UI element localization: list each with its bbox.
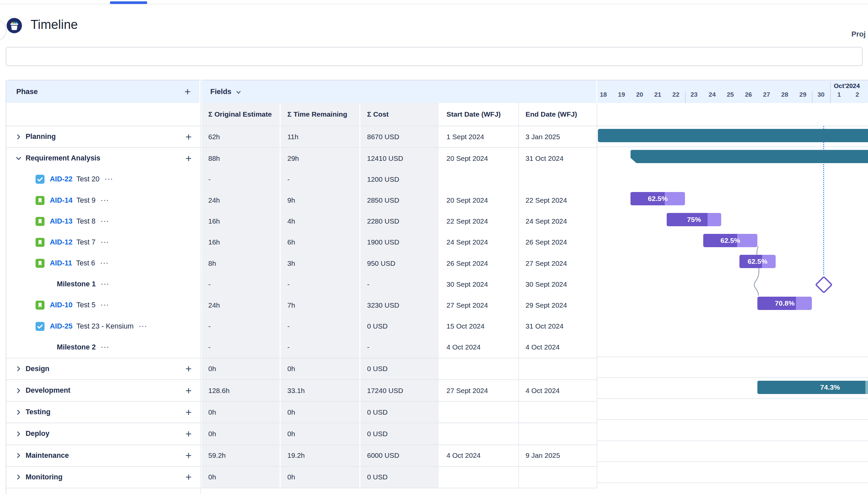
chevron-right-icon[interactable] [14,133,23,141]
cell-original-estimate: 0h [201,423,281,444]
gantt-bar-planning[interactable] [598,129,868,142]
chevron-down-icon[interactable] [14,154,23,163]
issue-row-aid-25[interactable]: AID-25Test 23 - Kensium··· [6,316,200,337]
phase-row-deploy[interactable]: Deploy+ [6,423,200,444]
chevron-down-icon[interactable] [235,89,242,96]
gantt-bar-aid-13[interactable] [667,213,721,226]
chevron-right-icon[interactable] [14,451,23,460]
gantt-bar-aid-10[interactable] [757,297,812,310]
cell-end-date: 4 Oct 2024 [519,380,597,401]
add-issue-button[interactable]: + [185,472,192,482]
add-issue-button[interactable]: + [185,363,192,374]
add-issue-button[interactable]: + [185,132,192,142]
sidebar-collapse-button[interactable] [0,19,7,41]
phase-row-monitoring[interactable]: Monitoring+ [6,467,200,488]
gantt-bar-progress [631,192,664,205]
cell-start-date [440,359,519,379]
issue-key-link[interactable]: AID-11 [50,259,72,267]
cell-time-remaining: - [281,316,361,337]
more-options-icon[interactable]: ··· [100,260,109,267]
gantt-bar-aid-11[interactable] [739,255,776,268]
chevron-right-icon[interactable] [14,473,23,481]
more-options-icon[interactable]: ··· [101,280,110,288]
cell-original-estimate: 16h [201,232,281,253]
phase-row-testing[interactable]: Testing+ [6,402,200,422]
project-avatar-icon [7,18,22,33]
phase-row-design[interactable]: Design+ [6,359,200,379]
more-options-icon[interactable]: ··· [101,197,109,204]
more-options-icon[interactable]: ··· [101,343,110,351]
more-options-icon[interactable]: ··· [101,239,109,246]
project-settings-link[interactable]: Proj [851,30,866,39]
cell-end-date [519,359,597,379]
issue-row-aid-11[interactable]: AID-11Test 6··· [6,253,200,274]
cell-cost: 12410 USD [361,148,440,169]
chevron-right-icon[interactable] [14,408,23,417]
issue-key-link[interactable]: AID-25 [50,322,72,330]
cell-original-estimate: - [201,337,281,358]
gantt-bar-requirement-analysis[interactable] [631,150,868,163]
issue-key-link[interactable]: AID-14 [50,196,72,205]
field-group-testing: 0h0h0 USD [201,402,597,423]
milestone-row-milestone-1[interactable]: Milestone 1··· [6,274,200,295]
issue-row-aid-12[interactable]: AID-12Test 7··· [6,232,200,253]
phase-label: Development [25,386,71,395]
more-options-icon[interactable]: ··· [101,217,109,225]
cell-start-date [440,467,519,488]
issue-row-aid-10[interactable]: AID-10Test 5··· [6,295,200,316]
cell-end-date: 9 Jan 2025 [519,445,597,466]
axis-tick [830,82,831,103]
column-header-row: Σ Original EstimateΣ Time RemainingΣ Cos… [201,103,597,126]
more-options-icon[interactable]: ··· [139,323,148,330]
add-phase-button[interactable]: + [185,87,191,97]
axis-day-label: 19 [618,91,625,98]
phase-row-planning[interactable]: Planning+ [6,126,200,147]
cell-start-date: 1 Sept 2024 [440,126,519,147]
issue-key-link[interactable]: AID-12 [50,238,72,247]
phase-row-development[interactable]: Development+ [6,380,200,401]
field-group-deploy: 0h0h0 USD [201,423,597,445]
gantt-bar-aid-14[interactable] [631,192,685,205]
issue-key-link[interactable]: AID-10 [50,301,72,309]
chevron-right-icon[interactable] [14,364,23,373]
add-issue-button[interactable]: + [185,153,192,164]
axis-day-label: 22 [672,91,679,98]
axis-day-label: 28 [781,91,788,98]
gantt-date-axis: Oct'2024 1819202122232425262728293012 [597,80,868,103]
active-tab-indicator[interactable] [110,1,147,4]
axis-day-label: 20 [636,91,643,98]
more-options-icon[interactable]: ··· [104,175,113,183]
phase-group-maintenance: Maintenance+ [6,445,200,467]
gantt-group-requirement-analysis [597,147,868,357]
cell-cost: 0 USD [361,316,440,337]
add-issue-button[interactable]: + [185,429,192,439]
add-issue-button[interactable]: + [185,385,192,396]
gantt-bar-development[interactable] [757,381,868,394]
cell-cost: 3230 USD [361,295,440,316]
cell-time-remaining: 7h [281,295,361,316]
phase-row-requirement-analysis[interactable]: Requirement Analysis+ [6,148,200,169]
issue-row-aid-22[interactable]: AID-22Test 20··· [6,169,200,190]
issue-key-link[interactable]: AID-22 [50,175,72,183]
cell-start-date: 26 Sept 2024 [440,253,519,274]
cell-start-date [440,402,519,422]
chevron-right-icon[interactable] [14,386,23,395]
issue-key-link[interactable]: AID-13 [50,217,72,226]
field-row-aid-12: 16h6h1900 USD24 Sept 202426 Sept 2024 [201,232,597,253]
issue-row-aid-13[interactable]: AID-13Test 8··· [6,211,200,232]
milestone-row-milestone-2[interactable]: Milestone 2··· [6,337,200,358]
issue-row-aid-14[interactable]: AID-14Test 9··· [6,190,200,211]
add-issue-button[interactable]: + [185,407,192,418]
gantt-bar-aid-12[interactable] [703,234,758,247]
cell-time-remaining: 0h [281,467,361,488]
cell-time-remaining: - [281,337,361,358]
phase-label: Testing [25,408,51,416]
more-options-icon[interactable]: ··· [101,301,109,309]
phase-row-maintenance[interactable]: Maintenance+ [6,445,200,466]
cell-end-date: 27 Sept 2024 [519,253,597,274]
chevron-right-icon[interactable] [14,430,23,438]
filter-input[interactable] [6,47,863,66]
axis-day-label: 18 [600,91,607,98]
add-issue-button[interactable]: + [185,450,192,461]
cell-end-date [519,423,597,444]
